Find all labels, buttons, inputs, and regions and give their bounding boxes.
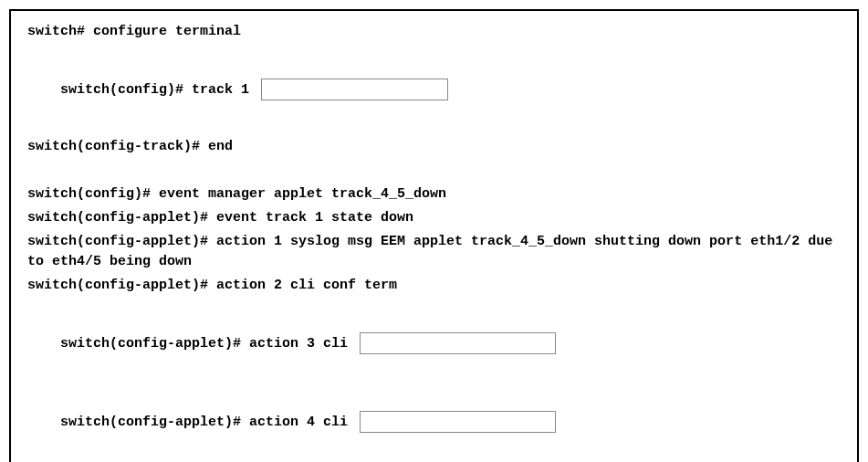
drop-target-track[interactable]: [261, 79, 448, 100]
cli-line: switch(config-applet)# action 4 cli: [27, 391, 841, 453]
cli-line: switch(config-applet)# action 3 cli: [27, 312, 841, 374]
cli-line: switch(config)# event manager applet tra…: [27, 184, 841, 205]
drop-target-action3[interactable]: [360, 332, 556, 354]
drop-target-action4[interactable]: [360, 411, 556, 433]
cli-line: switch(config-applet)# action 2 cli conf…: [27, 276, 841, 296]
cli-line: switch(config)# track 1: [27, 58, 841, 121]
cli-line: switch# configure terminal: [27, 22, 841, 42]
cli-line: switch(config-applet)# event track 1 sta…: [27, 208, 841, 228]
cli-line: switch(config-applet)# action 1 syslog m…: [27, 232, 841, 272]
cli-text: switch(config-applet)# action 4 cli: [60, 415, 356, 430]
cli-text: switch(config)# track 1: [60, 82, 257, 98]
cli-text: switch(config-applet)# action 3 cli: [60, 336, 356, 352]
cli-line: switch(config-track)# end: [27, 137, 841, 157]
terminal-output: switch# configure terminal switch(config…: [9, 9, 859, 462]
